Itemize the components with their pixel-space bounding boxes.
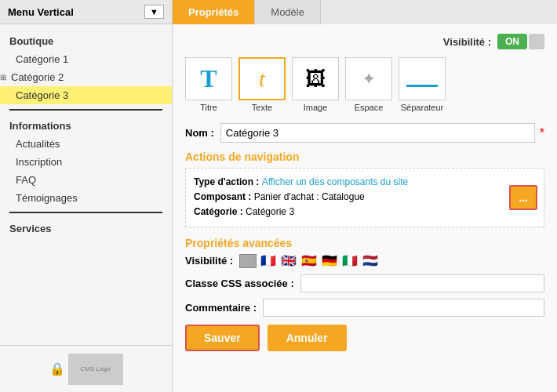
nav-composant-label: Composant : xyxy=(194,191,254,202)
lock-icon: 🔒 xyxy=(49,361,65,376)
tree-expand-icon: ⊞ xyxy=(0,73,6,82)
flag-de[interactable]: 🇩🇪 xyxy=(321,255,338,267)
titre-icon: T xyxy=(200,64,217,93)
section-services: Services xyxy=(0,218,172,238)
nom-label: Nom : xyxy=(185,127,214,139)
type-label-texte: Texte xyxy=(252,103,272,112)
nav-categorie: Catégorie : Catégorie 3 xyxy=(194,205,497,220)
type-icon-image[interactable]: 🖼 Image xyxy=(292,57,339,112)
flag-fr[interactable]: 🇫🇷 xyxy=(260,255,277,267)
type-icon-box-image: 🖼 xyxy=(292,57,339,100)
adv-css-label: Classe CSS associée : xyxy=(185,278,294,289)
separateur-icon xyxy=(406,71,438,87)
menu-item-categorie1[interactable]: Catégorie 1 xyxy=(0,50,172,68)
tab-modele[interactable]: Modèle xyxy=(255,0,321,24)
nav-action-button[interactable]: ... xyxy=(509,185,537,210)
adv-css-row: Classe CSS associée : xyxy=(185,274,544,292)
right-panel: Propriétés Modèle Visibilité : ON T Titr… xyxy=(173,0,557,392)
texte-icon: t xyxy=(259,67,265,92)
nom-field-row: Nom : * xyxy=(185,123,544,143)
menu-item-categorie2[interactable]: Catégorie 2 xyxy=(8,68,172,86)
type-icon-texte[interactable]: t Texte xyxy=(238,57,286,112)
nom-input[interactable] xyxy=(220,123,535,143)
divider-boutique xyxy=(9,109,162,111)
panel-content: Visibilité : ON T Titre t Texte 🖼 xyxy=(173,24,557,392)
flag-it[interactable]: 🇮🇹 xyxy=(341,255,359,267)
adv-visibility-row: Visibilité : 🇫🇷 🇬🇧 🇪🇸 🇩🇪 🇮🇹 🇳🇱 xyxy=(185,254,544,268)
save-button[interactable]: Sauver xyxy=(185,325,260,351)
type-icon-separateur[interactable]: Séparateur xyxy=(399,57,446,112)
tabs-row: Propriétés Modèle xyxy=(173,0,557,24)
adv-commentaire-row: Commentaire : xyxy=(185,299,544,317)
toggle-slider[interactable] xyxy=(529,34,544,49)
flag-es[interactable]: 🇪🇸 xyxy=(300,255,318,267)
adv-visibility-label: Visibilité : xyxy=(185,255,233,267)
flag-nl[interactable]: 🇳🇱 xyxy=(362,255,379,267)
toggle-on-button[interactable]: ON xyxy=(497,34,527,49)
flag-row: 🇫🇷 🇬🇧 🇪🇸 🇩🇪 🇮🇹 🇳🇱 xyxy=(239,254,379,268)
flag-gb[interactable]: 🇬🇧 xyxy=(280,255,297,267)
nav-type-value: Afficher un des composants du site xyxy=(262,176,409,187)
type-icon-box-titre: T xyxy=(185,57,232,100)
navigation-box: Type d'action : Afficher un des composan… xyxy=(185,168,544,227)
footer-logo: CMS Logo xyxy=(68,354,123,385)
cancel-button[interactable]: Annuler xyxy=(268,325,347,351)
left-content: Boutique Catégorie 1 ⊞ Catégorie 2 Catég… xyxy=(0,24,172,345)
css-input[interactable] xyxy=(300,274,544,292)
type-icon-box-espace: ✦ xyxy=(345,57,392,100)
adv-commentaire-label: Commentaire : xyxy=(185,302,257,314)
section-boutique: Boutique xyxy=(0,31,172,50)
menu-item-actualites[interactable]: Actualités xyxy=(0,135,172,153)
nav-type-action: Type d'action : Afficher un des composan… xyxy=(194,175,497,190)
type-label-espace: Espace xyxy=(355,103,384,112)
type-icon-box-texte: t xyxy=(238,57,286,100)
left-footer: 🔒 CMS Logo xyxy=(0,345,172,392)
type-label-separateur: Séparateur xyxy=(401,103,443,112)
nav-categorie-value: Catégorie 3 xyxy=(246,206,294,217)
nav-composant-value: Panier d'achat : Catalogue xyxy=(254,191,365,202)
visibility-grey-box[interactable] xyxy=(239,254,257,268)
espace-icon: ✦ xyxy=(362,69,376,89)
nav-type-label: Type d'action : xyxy=(194,176,262,187)
menu-item-faq[interactable]: FAQ xyxy=(0,171,172,189)
menu-dropdown-button[interactable]: ▼ xyxy=(144,5,164,19)
nav-box-content: Type d'action : Afficher un des composan… xyxy=(194,175,536,220)
type-icon-espace[interactable]: ✦ Espace xyxy=(345,57,392,112)
left-panel: Menu Vertical ▼ Boutique Catégorie 1 ⊞ C… xyxy=(0,0,173,392)
commentaire-input[interactable] xyxy=(263,299,544,317)
nav-categorie-label: Catégorie : xyxy=(194,206,246,217)
visibility-row: Visibilité : ON xyxy=(185,34,544,49)
navigation-section-title: Actions de navigation xyxy=(185,151,544,163)
type-icon-titre[interactable]: T Titre xyxy=(185,57,232,112)
left-header: Menu Vertical ▼ xyxy=(0,0,172,24)
section-informations: Informations xyxy=(0,115,172,135)
type-icon-box-separateur xyxy=(399,57,446,100)
tab-proprietes[interactable]: Propriétés xyxy=(173,0,255,24)
buttons-row: Sauver Annuler xyxy=(185,325,544,351)
menu-item-inscription[interactable]: Inscription xyxy=(0,153,172,171)
visibility-label: Visibilité : xyxy=(443,36,491,48)
required-star: * xyxy=(540,126,544,140)
menu-item-temoignages[interactable]: Témoignages xyxy=(0,189,172,207)
menu-title: Menu Vertical xyxy=(8,6,74,18)
divider-informations xyxy=(9,212,162,213)
nav-composant: Composant : Panier d'achat : Catalogue xyxy=(194,190,497,205)
menu-item-categorie3[interactable]: Catégorie 3 xyxy=(0,86,172,104)
type-icons-row: T Titre t Texte 🖼 Image ✦ Espace xyxy=(185,57,544,112)
type-label-image: Image xyxy=(304,103,328,112)
type-label-titre: Titre xyxy=(200,103,217,112)
advanced-section-title: Propriétés avancées xyxy=(185,237,544,249)
image-icon: 🖼 xyxy=(305,67,326,91)
